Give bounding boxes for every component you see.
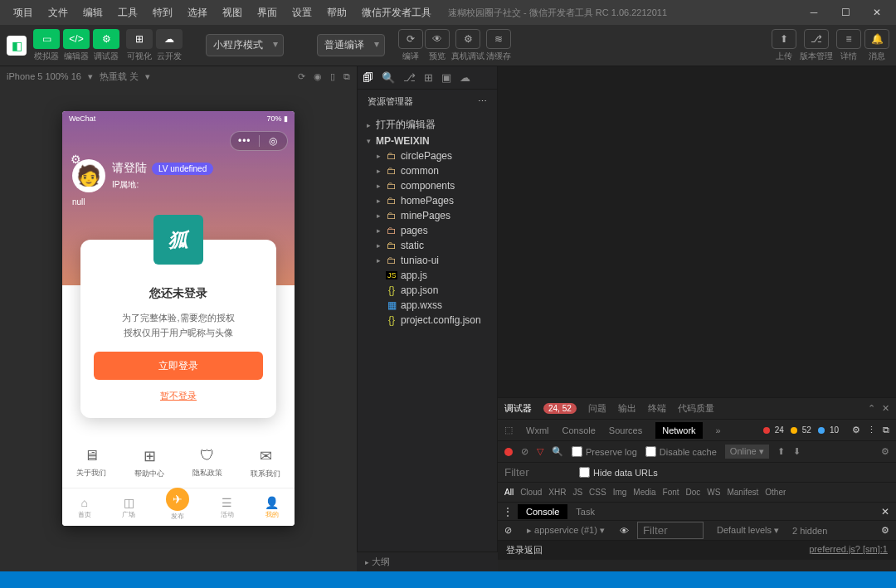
grid-item[interactable]: 🛡隐私政策 <box>192 447 222 479</box>
tab-item[interactable]: ☰活动 <box>221 496 234 519</box>
menu-item[interactable]: 视图 <box>216 2 249 23</box>
context-select[interactable]: ▸ appservice (#1) ▾ <box>520 523 611 537</box>
compile-select[interactable]: 普通编译 <box>317 34 385 56</box>
drawer-close-icon[interactable]: ✕ <box>874 506 896 518</box>
type-filter[interactable]: Manifest <box>727 488 758 497</box>
capsule-close-icon[interactable]: ◎ <box>260 135 288 147</box>
type-filter[interactable]: Doc <box>686 488 701 497</box>
clear-console-icon[interactable]: ⊘ <box>504 525 512 536</box>
type-filter[interactable]: CSS <box>589 488 606 497</box>
record-icon[interactable] <box>504 448 513 456</box>
tree-item[interactable]: ▸🗀common <box>358 163 497 178</box>
more-icon[interactable]: ⋮ <box>867 425 876 435</box>
wxml-tab[interactable]: Wxml <box>526 425 549 435</box>
preserve-log-checkbox[interactable]: Preserve log <box>572 446 637 457</box>
ext-tab-icon[interactable]: ⊞ <box>424 71 433 84</box>
record-icon[interactable]: ◉ <box>314 71 322 82</box>
mode-select[interactable]: 小程序模式 <box>206 34 284 56</box>
minimize-button[interactable]: ─ <box>801 0 826 25</box>
toolbar-action[interactable]: 👁 <box>425 29 450 49</box>
console-tab[interactable]: Console <box>562 425 596 435</box>
type-filter[interactable]: JS <box>572 488 582 497</box>
tree-item[interactable]: ▸🗀static <box>358 238 497 253</box>
gear-icon[interactable]: ⚙ <box>881 446 889 457</box>
type-filter[interactable]: Media <box>633 488 655 497</box>
grid-item[interactable]: ✉联系我们 <box>251 447 280 479</box>
open-editors-section[interactable]: ▸打开的编辑器 <box>358 116 497 134</box>
close-button[interactable]: ✕ <box>864 0 889 25</box>
dock-icon[interactable]: ⧉ <box>883 425 889 435</box>
quality-tab[interactable]: 代码质量 <box>678 402 714 415</box>
tree-item[interactable]: ▦app.wxss <box>358 298 497 313</box>
type-filter[interactable]: All <box>504 488 514 497</box>
output-tab[interactable]: 输出 <box>618 402 636 415</box>
search-icon[interactable]: 🔍 <box>552 446 563 457</box>
throttle-select[interactable]: Online ▾ <box>725 445 769 459</box>
toolbar-button[interactable]: ▭ <box>33 29 60 49</box>
menu-item[interactable]: 微信开发者工具 <box>355 2 438 23</box>
toolbar-right-action[interactable]: ⬆ <box>772 29 796 49</box>
disable-cache-checkbox[interactable]: Disable cache <box>645 446 717 457</box>
tree-item[interactable]: {}app.json <box>358 283 497 298</box>
close-icon[interactable]: ✕ <box>882 403 889 414</box>
debugger-tab[interactable]: 调试器 <box>504 402 532 415</box>
log-source-link[interactable]: preferred.js? [sm]:1 <box>809 544 888 556</box>
menu-item[interactable]: 帮助 <box>320 2 353 23</box>
filter-input[interactable] <box>504 466 571 479</box>
files-tab-icon[interactable]: 🗐 <box>363 71 373 84</box>
cloud-tab-icon[interactable]: ☁ <box>460 71 470 84</box>
network-tab[interactable]: Network <box>655 422 702 439</box>
toolbar-button[interactable]: ⚙ <box>93 29 119 49</box>
toolbar-button[interactable]: ⊞ <box>126 29 153 49</box>
menu-item[interactable]: 界面 <box>251 2 284 23</box>
menu-item[interactable]: 设置 <box>285 2 319 23</box>
toolbar-action[interactable]: ≋ <box>486 29 511 49</box>
eye-icon[interactable]: 👁 <box>620 526 629 536</box>
phone-icon[interactable]: ▯ <box>330 71 335 82</box>
more-tabs-icon[interactable]: » <box>716 425 721 435</box>
skip-login-link[interactable]: 暂不登录 <box>160 390 197 402</box>
terminal-tab[interactable]: 终端 <box>648 402 666 415</box>
download-icon[interactable]: ⬇ <box>793 446 801 457</box>
type-filter[interactable]: Img <box>613 488 627 497</box>
hidden-count[interactable]: 2 hidden <box>792 526 827 536</box>
user-name[interactable]: 请登陆 <box>112 161 147 176</box>
levels-select[interactable]: Default levels ▾ <box>712 523 784 537</box>
gear-icon[interactable]: ⚙ <box>881 525 889 536</box>
type-filter[interactable]: Cloud <box>520 488 542 497</box>
upload-icon[interactable]: ⬆ <box>777 446 785 457</box>
grid-item[interactable]: 🖥关于我们 <box>76 447 106 479</box>
menu-item[interactable]: 选择 <box>181 2 214 23</box>
chevron-down-icon[interactable]: ▾ <box>145 71 150 82</box>
tab-item[interactable]: 👤我的 <box>265 496 279 519</box>
reload-label[interactable]: 热重载 关 <box>100 70 139 83</box>
tree-item[interactable]: ▸🗀pages <box>358 223 497 238</box>
tab-item[interactable]: ⌂首页 <box>78 496 91 519</box>
branch-tab-icon[interactable]: ⎇ <box>403 71 416 84</box>
hide-urls-checkbox[interactable]: Hide data URLs <box>579 467 658 478</box>
toolbar-action[interactable]: ⟳ <box>398 29 423 49</box>
more-icon[interactable]: ⋯ <box>478 96 487 107</box>
inspect-icon[interactable]: ⬚ <box>504 425 513 435</box>
type-filter[interactable]: WS <box>707 488 720 497</box>
capsule-menu-icon[interactable]: ••• <box>231 135 259 147</box>
project-root[interactable]: ▾MP-WEIXIN <box>358 134 497 148</box>
chevron-down-icon[interactable]: ▾ <box>88 71 93 82</box>
filter-icon[interactable]: ▽ <box>537 446 543 457</box>
sources-tab[interactable]: Sources <box>609 425 642 435</box>
gear-icon[interactable]: ⚙ <box>71 153 81 166</box>
tab-item[interactable]: ◫广场 <box>122 496 135 519</box>
clear-icon[interactable]: ⊘ <box>521 446 528 457</box>
toolbar-right-action[interactable]: ⎇ <box>804 29 829 49</box>
toolbar-right-action[interactable]: 🔔 <box>864 29 889 49</box>
search-tab-icon[interactable]: 🔍 <box>382 71 395 84</box>
toolbar-right-action[interactable]: ≡ <box>836 29 861 49</box>
menu-item[interactable]: 工具 <box>111 2 144 23</box>
toolbar-button[interactable]: </> <box>63 29 90 49</box>
tree-item[interactable]: ▸🗀minePages <box>358 208 497 223</box>
toolbar-button[interactable]: ☁ <box>156 29 183 49</box>
tab-item[interactable]: ✈发布 <box>166 494 189 521</box>
type-filter[interactable]: Font <box>663 488 679 497</box>
console-filter-input[interactable] <box>637 522 704 539</box>
tree-item[interactable]: JSapp.js <box>358 268 497 283</box>
